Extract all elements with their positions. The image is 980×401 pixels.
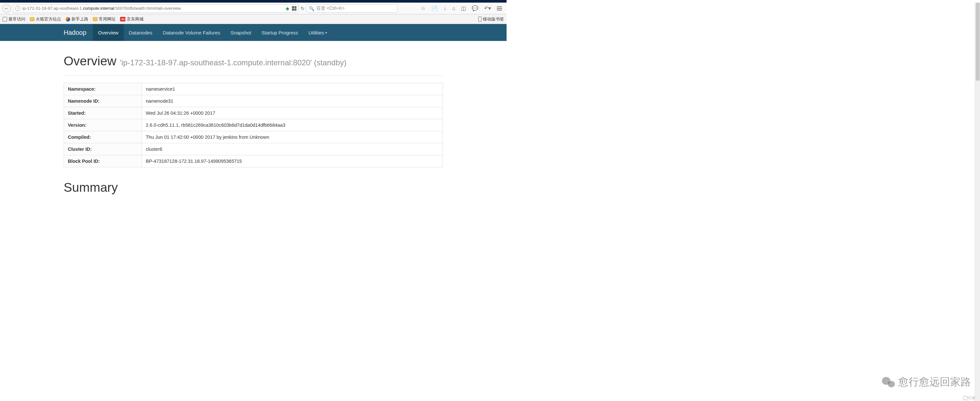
url-prefix: ip-172-31-18-97.ap-southeast-1.: [22, 6, 83, 11]
nav-utilities[interactable]: Utilities ▾: [303, 24, 332, 41]
table-row: Block Pool ID:BP-473187128-172.31.18.97-…: [64, 155, 443, 167]
overview-info-table: Namespace:nameservice1Namenode ID:nameno…: [64, 83, 443, 167]
home-icon[interactable]: ⌂: [452, 6, 455, 11]
info-label: Namenode ID:: [64, 95, 142, 107]
summary-heading: Summary: [64, 181, 443, 195]
most-visited-icon: [3, 17, 7, 21]
page-content: Overview 'ip-172-31-18-97.ap-southeast-1…: [61, 41, 445, 208]
firefox-icon: [65, 17, 70, 21]
undo-dropdown-icon[interactable]: ↶▾: [484, 5, 491, 11]
search-bar[interactable]: 🔍 百度 <Ctrl+K>: [307, 4, 398, 13]
divider: [64, 75, 443, 76]
nav-overview[interactable]: Overview: [93, 24, 124, 41]
info-value: cluster6: [142, 143, 443, 155]
bookmark-most-visited[interactable]: 最常访问: [3, 16, 25, 22]
bookmark-firefox-official[interactable]: 火狐官方站点: [30, 16, 61, 22]
info-label: Cluster ID:: [64, 143, 142, 155]
chevron-down-icon: ▾: [325, 31, 327, 34]
bookmark-label: 移动版书签: [483, 16, 504, 22]
search-icon: 🔍: [309, 6, 314, 11]
shield-icon[interactable]: ◆: [286, 6, 290, 11]
page-title: Overview: [64, 54, 116, 68]
nav-startup-progress[interactable]: Startup Progress: [256, 24, 303, 41]
browser-tab-strip: [0, 0, 507, 3]
info-value: namenode31: [142, 95, 443, 107]
info-value: nameservice1: [142, 83, 443, 95]
nav-snapshot[interactable]: Snapshot: [225, 24, 256, 41]
bookmark-label: 新手上路: [72, 16, 88, 22]
info-value: Wed Jul 26 04:31:26 +0000 2017: [142, 107, 443, 119]
bookmark-common-urls[interactable]: 常用网址: [93, 16, 116, 22]
nav-datanode-volume-failures[interactable]: Datanode Volume Failures: [158, 24, 225, 41]
menu-icon[interactable]: [497, 6, 502, 10]
bookmark-jd[interactable]: JD 京东商城: [120, 16, 143, 22]
url-bar[interactable]: i ip-172-31-18-97.ap-southeast-1.compute…: [13, 4, 299, 13]
info-label: Version:: [64, 119, 142, 131]
page-heading: Overview 'ip-172-31-18-97.ap-southeast-1…: [64, 54, 443, 68]
nav-datanodes[interactable]: Datanodes: [124, 24, 158, 41]
mobile-icon: [478, 17, 482, 22]
info-label: Compiled:: [64, 131, 142, 143]
hadoop-navbar: Hadoop Overview Datanodes Datanode Volum…: [0, 24, 507, 41]
back-button[interactable]: ←: [2, 4, 11, 13]
nav-utilities-label: Utilities: [309, 30, 324, 35]
info-label: Started:: [64, 107, 142, 119]
url-text: ip-172-31-18-97.ap-southeast-1.compute.i…: [22, 6, 181, 11]
info-value: 2.6.0-cdh5.11.1, rb581c269ca3610c603b6d7…: [142, 119, 443, 131]
site-info-icon[interactable]: i: [15, 6, 21, 11]
bookmarks-bar: 最常访问 火狐官方站点 新手上路 常用网址 JD 京东商城 移动版书签: [0, 14, 507, 24]
table-row: Started:Wed Jul 26 04:31:26 +0000 2017: [64, 107, 443, 119]
sidebar-icon[interactable]: ◫: [461, 5, 466, 11]
browser-toolbar: ← i ip-172-31-18-97.ap-southeast-1.compu…: [0, 3, 507, 14]
chat-icon[interactable]: 💬: [472, 5, 478, 11]
info-label: Block Pool ID:: [64, 155, 142, 167]
table-row: Namenode ID:namenode31: [64, 95, 443, 107]
table-row: Cluster ID:cluster6: [64, 143, 443, 155]
bookmark-label: 最常访问: [8, 16, 25, 22]
bookmark-star-icon[interactable]: ☆: [421, 5, 425, 11]
reload-icon[interactable]: ↻: [301, 6, 305, 11]
page-subtitle: 'ip-172-31-18-97.ap-southeast-1.compute.…: [120, 58, 347, 67]
reader-icon[interactable]: 📄: [431, 5, 438, 11]
bookmark-mobile[interactable]: 移动版书签: [478, 16, 504, 22]
table-row: Version:2.6.0-cdh5.11.1, rb581c269ca3610…: [64, 119, 443, 131]
url-host: compute.internal: [83, 6, 114, 11]
brand-hadoop[interactable]: Hadoop: [57, 24, 93, 41]
bookmark-label: 火狐官方站点: [36, 16, 61, 22]
folder-icon: [93, 17, 97, 21]
folder-icon: [30, 17, 34, 21]
info-value: BP-473187128-172.31.18.97-1499095365715: [142, 155, 443, 167]
toolbar-icons: ☆ 📄 ↓ ⌂ ◫ 💬 ↶▾: [421, 5, 504, 11]
table-row: Compiled:Thu Jun 01 17:42:00 +0000 2017 …: [64, 131, 443, 143]
bookmark-label: 常用网址: [99, 16, 116, 22]
info-value: Thu Jun 01 17:42:00 +0000 2017 by jenkin…: [142, 131, 443, 143]
jd-icon: JD: [120, 17, 125, 21]
info-label: Namespace:: [64, 83, 142, 95]
qr-icon[interactable]: [292, 6, 296, 11]
table-row: Namespace:nameservice1: [64, 83, 443, 95]
url-suffix: :50070/dfshealth.html#tab-overview: [114, 6, 181, 11]
downloads-icon[interactable]: ↓: [444, 6, 446, 11]
bookmark-label: 京东商城: [127, 16, 143, 22]
bookmark-getting-started[interactable]: 新手上路: [65, 16, 88, 22]
search-placeholder: 百度 <Ctrl+K>: [316, 6, 345, 11]
